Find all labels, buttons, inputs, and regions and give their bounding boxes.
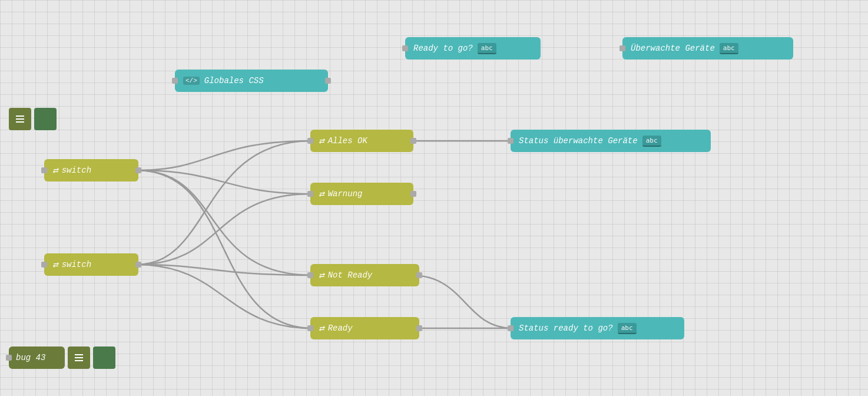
not-ready-node[interactable]: ⇄ Not Ready (310, 264, 419, 286)
warnung-icon: ⇄ (319, 188, 324, 200)
globales-css-input-port[interactable] (172, 78, 178, 84)
debug43-input-port[interactable] (6, 355, 12, 361)
switch-icon-1: ⇄ (52, 164, 58, 176)
ready-input-port[interactable] (307, 325, 313, 331)
alles-ok-output-port[interactable] (410, 138, 416, 144)
switch2-output-port[interactable] (135, 262, 141, 268)
debug-node-43[interactable]: bug 43 (9, 346, 65, 369)
hamburger-icon-1 (14, 113, 26, 125)
ready-label: Ready (328, 324, 353, 333)
warnung-label: Warnung (328, 189, 363, 199)
debug43-label: bug 43 (16, 353, 45, 362)
uberwachte-gerate-node[interactable]: Überwachte Geräte abc (622, 37, 793, 60)
status-ready-label: Status ready to go? (519, 324, 613, 333)
ready-to-go-badge: abc (478, 43, 496, 54)
ready-to-go-node[interactable]: Ready to go? abc (405, 37, 541, 60)
ready-node[interactable]: ⇄ Ready (310, 317, 419, 339)
switch-node-1[interactable]: ⇄ switch (44, 159, 138, 182)
alles-ok-node[interactable]: ⇄ Alles OK (310, 130, 413, 152)
switch1-input-port[interactable] (41, 167, 47, 173)
status-uberwachte-badge: abc (642, 136, 661, 147)
hamburger-node-1[interactable] (9, 108, 31, 130)
not-ready-input-port[interactable] (307, 272, 313, 278)
switch1-output-port[interactable] (135, 167, 141, 173)
switch-node-2[interactable]: ⇄ switch (44, 253, 138, 276)
alles-ok-input-port[interactable] (307, 138, 313, 144)
switch2-label: switch (62, 260, 91, 269)
alles-ok-label: Alles OK (328, 136, 367, 146)
ready-to-go-label: Ready to go? (413, 44, 473, 53)
uberwachte-gerate-badge: abc (720, 43, 738, 54)
flow-canvas[interactable]: ⇄ switch ⇄ switch bug 43 </> Globales CS… (0, 0, 868, 396)
uberwachte-gerate-input-port[interactable] (619, 45, 625, 51)
status-uberwachte-input-port[interactable] (508, 138, 513, 144)
uberwachte-gerate-label: Überwachte Geräte (631, 44, 715, 53)
status-ready-node[interactable]: Status ready to go? abc (511, 317, 684, 339)
ready-icon: ⇄ (319, 322, 324, 334)
hamburger-node-2[interactable] (68, 346, 90, 369)
not-ready-output-port[interactable] (416, 272, 422, 278)
status-uberwachte-node[interactable]: Status überwachte Geräte abc (511, 130, 711, 152)
ready-to-go-input-port[interactable] (402, 45, 408, 51)
green-node-1[interactable] (34, 108, 57, 130)
switch-icon-2: ⇄ (52, 259, 58, 270)
ready-output-port[interactable] (416, 325, 422, 331)
warnung-output-port[interactable] (410, 191, 416, 197)
status-ready-badge: abc (618, 323, 637, 334)
switch1-label: switch (62, 166, 91, 175)
green-node-2[interactable] (93, 346, 115, 369)
globales-css-label: Globales CSS (204, 76, 264, 85)
globales-css-node[interactable]: </> Globales CSS (175, 70, 328, 92)
status-uberwachte-label: Status überwachte Geräte (519, 136, 638, 146)
warnung-node[interactable]: ⇄ Warnung (310, 183, 413, 205)
status-ready-input-port[interactable] (508, 325, 513, 331)
switch2-input-port[interactable] (41, 262, 47, 268)
not-ready-label: Not Ready (328, 270, 373, 280)
css-code-icon: </> (183, 77, 200, 85)
not-ready-icon: ⇄ (319, 269, 324, 281)
alles-ok-icon: ⇄ (319, 135, 324, 147)
globales-css-output-port[interactable] (325, 78, 331, 84)
hamburger-icon-2 (72, 352, 85, 364)
warnung-input-port[interactable] (307, 191, 313, 197)
